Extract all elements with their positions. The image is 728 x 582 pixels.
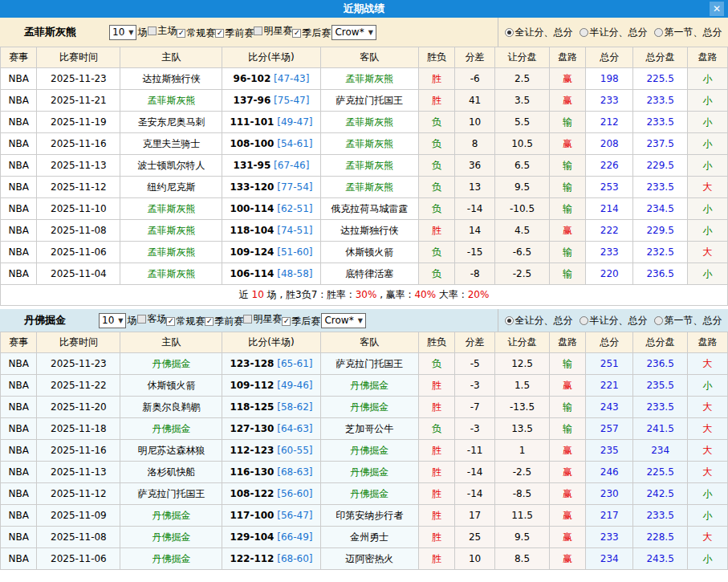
cell-handicap-result: 输 [549, 353, 585, 375]
cell-league: NBA [1, 462, 37, 483]
cell-handicap-result: 输 [549, 155, 585, 177]
checkbox-明星赛[interactable]: 明星赛 [243, 312, 282, 326]
checkbox-常规赛[interactable]: ✓常规赛 [177, 26, 215, 40]
column-header: 总分 [586, 332, 633, 353]
cell-total-line: 233.5 [633, 177, 688, 198]
column-header: 比分(半场) [222, 332, 320, 353]
summary-text: 近 [239, 289, 252, 300]
cell-handicap-line: 6.5 [495, 155, 550, 177]
games-count-select[interactable]: 10 ▼ [109, 25, 136, 40]
cell-over-under: 小 [688, 483, 728, 505]
cell-league: NBA [1, 68, 37, 90]
cell-home-team: 丹佛掘金 [120, 353, 222, 375]
cell-league: NBA [1, 397, 37, 418]
sections-container: 孟菲斯灰熊 10 ▼ 场 主场✓常规赛✓季前赛明星赛✓季后赛 Crow* ▼ 全… [0, 18, 728, 570]
cell-result: 胜 [418, 90, 454, 112]
cell-handicap-result: 赢 [549, 68, 585, 90]
cell-over-under: 大 [688, 397, 728, 418]
column-header: 比赛时间 [37, 332, 120, 353]
cell-handicap-result: 赢 [549, 527, 585, 548]
radio-全让分、总分[interactable]: 全让分、总分 [505, 314, 573, 328]
cell-date: 2025-11-06 [37, 548, 120, 570]
checkbox-季前赛[interactable]: ✓季前赛 [205, 315, 243, 328]
cell-date: 2025-11-23 [37, 68, 120, 90]
filter-controls: 孟菲斯灰熊 10 ▼ 场 主场✓常规赛✓季前赛明星赛✓季后赛 Crow* ▼ [0, 18, 498, 47]
radio-全让分、总分[interactable]: 全让分、总分 [505, 26, 573, 39]
cell-away-team: 孟菲斯灰熊 [320, 112, 418, 133]
cell-home-team: 孟菲斯灰熊 [120, 242, 222, 263]
cell-score: 112-123 [60-55] [222, 440, 320, 462]
games-count-select[interactable]: 10 ▼ [99, 313, 126, 328]
radio-label: 全让分、总分 [515, 314, 573, 328]
cell-handicap-result: 输 [549, 263, 585, 285]
cell-handicap-line: 9.5 [495, 527, 550, 548]
cell-total-line: 241.5 [633, 418, 688, 440]
radio-selected-icon [505, 28, 514, 37]
cell-home-team: 克里夫兰骑士 [120, 133, 222, 155]
cell-result: 负 [418, 177, 454, 198]
odds-type-select[interactable]: Crow* ▼ [331, 25, 376, 40]
cell-score: 108-122 [56-60] [222, 483, 320, 505]
cell-result: 胜 [418, 440, 454, 462]
cell-total-line: 229.5 [633, 155, 688, 177]
column-header: 胜负 [418, 47, 454, 68]
cell-over-under: 大 [688, 418, 728, 440]
odds-type-value: Crow* [335, 26, 364, 38]
cell-result: 胜 [418, 527, 454, 548]
cell-total-points: 233 [586, 90, 633, 112]
checkbox-明星赛[interactable]: 明星赛 [254, 24, 292, 38]
cell-away-team: 底特律活塞 [320, 263, 418, 285]
column-header: 让分盘 [495, 47, 550, 68]
cell-score: 111-101 [49-47] [222, 112, 320, 133]
filter-controls: 丹佛掘金 10 ▼ 场 客场✓常规赛✓季前赛明星赛✓季后赛 Crow* ▼ [0, 309, 498, 332]
table-row: NBA2025-11-06孟菲斯灰熊109-124 [51-60]休斯顿火箭负-… [1, 242, 728, 263]
games-suffix-label: 场 [137, 26, 147, 39]
radio-第一节、总分[interactable]: 第一节、总分 [654, 314, 722, 328]
cell-score: 137-96 [75-47] [222, 90, 320, 112]
column-header: 胜负 [418, 332, 454, 353]
cell-total-line: 242.5 [633, 483, 688, 505]
odds-type-select[interactable]: Crow* ▼ [321, 313, 365, 328]
column-header: 总分 [586, 47, 633, 68]
team-section: 丹佛掘金 10 ▼ 场 客场✓常规赛✓季前赛明星赛✓季后赛 Crow* ▼ 全让… [0, 309, 728, 570]
radio-半让分、总分[interactable]: 半让分、总分 [580, 26, 648, 39]
radio-unselected-icon [654, 28, 663, 37]
filter-bar: 丹佛掘金 10 ▼ 场 客场✓常规赛✓季前赛明星赛✓季后赛 Crow* ▼ 全让… [0, 309, 728, 332]
cell-total-points: 198 [586, 68, 633, 90]
cell-result: 负 [418, 133, 454, 155]
cell-point-diff: -3 [455, 418, 495, 440]
cell-home-team: 纽约尼克斯 [120, 177, 222, 198]
checkbox-季后赛[interactable]: ✓季后赛 [292, 26, 331, 40]
cell-handicap-result: 输 [549, 112, 585, 133]
team-section: 孟菲斯灰熊 10 ▼ 场 主场✓常规赛✓季前赛明星赛✓季后赛 Crow* ▼ 全… [0, 18, 728, 306]
checkbox-主场[interactable]: 主场 [148, 24, 177, 38]
cell-score: 123-128 [65-61] [222, 353, 320, 375]
cell-date: 2025-11-13 [37, 155, 120, 177]
cell-score: 122-112 [68-60] [222, 548, 320, 570]
cell-league: NBA [1, 418, 37, 440]
cell-result: 胜 [418, 462, 454, 483]
checkbox-季前赛[interactable]: ✓季前赛 [215, 26, 254, 40]
cell-total-line: 232.5 [633, 242, 688, 263]
radio-第一节、总分[interactable]: 第一节、总分 [654, 26, 722, 39]
column-header: 盘路 [549, 332, 585, 353]
radio-半让分、总分[interactable]: 半让分、总分 [580, 314, 648, 328]
cell-result: 负 [418, 353, 454, 375]
close-icon[interactable]: ✕ [710, 2, 724, 16]
checkbox-客场[interactable]: 客场 [137, 312, 166, 326]
cell-total-line: 225.5 [633, 462, 688, 483]
table-row: NBA2025-11-13波士顿凯尔特人131-95 [67-46]孟菲斯灰熊负… [1, 155, 728, 177]
cell-home-team: 孟菲斯灰熊 [120, 263, 222, 285]
checkbox-常规赛[interactable]: ✓常规赛 [166, 315, 205, 328]
cell-away-team: 休斯顿火箭 [320, 242, 418, 263]
checkbox-季后赛[interactable]: ✓季后赛 [282, 315, 320, 328]
cell-handicap-result: 输 [549, 397, 585, 418]
window-title-bar: 近期战绩 ✕ [0, 0, 728, 18]
radio-group: 全让分、总分半让分、总分第一节、总分 [498, 309, 728, 332]
cell-date: 2025-11-13 [37, 462, 120, 483]
cell-handicap-result: 赢 [549, 505, 585, 527]
cell-away-team: 丹佛掘金 [320, 462, 418, 483]
cell-total-points: 220 [586, 263, 633, 285]
cell-league: NBA [1, 220, 37, 242]
cell-handicap-result: 赢 [549, 440, 585, 462]
